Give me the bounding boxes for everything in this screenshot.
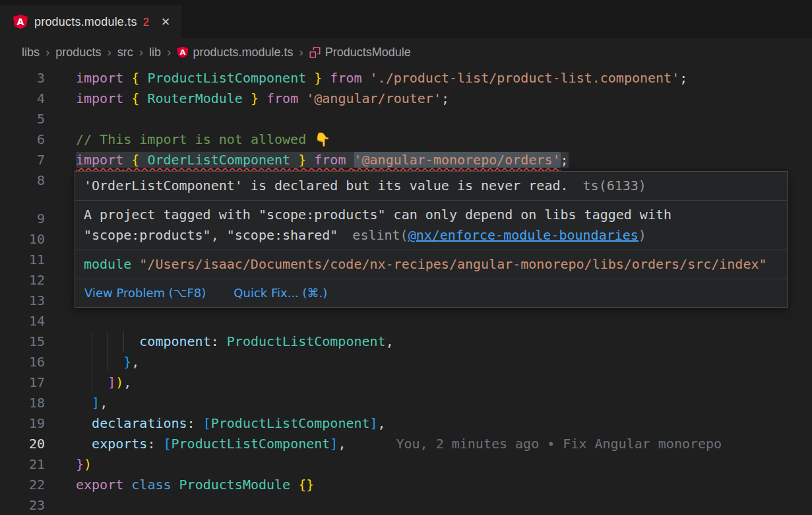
line-number[interactable]: 19 [0,413,45,434]
line-content: import { OrderListComponent } from '@ang… [76,150,812,170]
code-line-17[interactable]: 17 ]), [0,372,812,393]
code-token: } [76,456,84,472]
code-token [172,477,179,493]
line-number[interactable]: 4 [0,88,45,109]
line-number[interactable]: 7 [0,150,45,170]
breadcrumb-item-lib[interactable]: lib [149,46,161,59]
hover-eslint-row: A project tagged with "scope:products" c… [75,201,787,250]
line-number[interactable]: 5 [0,109,45,129]
line-content [76,311,812,331]
code-line-4[interactable]: 4import { RouterModule } from '@angular/… [0,88,812,109]
line-content: ], [76,393,812,413]
code-token: [ [163,436,171,452]
breadcrumb-item-products.module.ts[interactable]: Aproducts.module.ts [177,46,293,59]
code-line-3[interactable]: 3import { ProductListComponent } from '.… [0,68,812,88]
code-line-20[interactable]: 20 exports: [ProductListComponent],You, … [0,434,812,454]
code-line-21[interactable]: 21}) [0,454,812,475]
code-token: } [123,354,131,370]
code-token: ProductListComponent [211,415,370,431]
code-line-7[interactable]: 7import { OrderListComponent } from '@an… [0,150,812,170]
line-number[interactable]: 18 [0,393,45,413]
code-token: '@angular/router' [306,90,441,106]
code-token [76,333,139,349]
eslint-rule-link[interactable]: @nx/enforce-module-boundaries [408,227,639,243]
code-token: ProductListComponent [227,333,386,349]
code-line-15[interactable]: 15 component: ProductListComponent, [0,331,812,352]
breadcrumb-item-libs[interactable]: libs [22,46,40,59]
line-number[interactable]: 17 [0,372,45,393]
code-token [298,90,306,106]
line-number[interactable]: 23 [0,495,45,515]
code-token: './product-list/product-list.component' [370,70,680,86]
code-line-14[interactable]: 14 [0,311,812,331]
code-token: ; [561,152,569,168]
line-number[interactable]: 6 [0,129,45,150]
line-content: ]), [76,372,812,393]
line-text: import { RouterModule } from '@angular/r… [76,90,449,106]
code-token: , [100,395,108,411]
line-number[interactable]: 22 [0,475,45,495]
code-token: , [338,436,346,452]
line-number[interactable]: 21 [0,454,45,475]
line-content: component: ProductListComponent, [76,331,812,352]
line-number[interactable]: 13 [0,291,45,311]
code-token [139,90,147,106]
code-line-23[interactable]: 23 [0,495,812,515]
line-number[interactable]: 9 [0,209,45,229]
code-token: OrderListComponent [147,152,290,168]
code-token: '@angular-monorepo/orders' [354,152,561,168]
line-text: import { OrderListComponent } from '@ang… [76,152,569,168]
line-number[interactable]: 3 [0,68,45,88]
code-token [346,152,354,168]
code-token: ; [679,70,687,86]
breadcrumb-separator: › [167,45,171,59]
line-number[interactable]: 11 [0,250,45,270]
line-number[interactable]: 12 [0,270,45,291]
code-token: , [131,354,139,370]
code-token: component [139,333,210,349]
line-text: exports: [ProductListComponent], [76,436,346,452]
view-problem-action[interactable]: View Problem (⌥F8) [84,286,206,300]
code-token [243,90,251,106]
close-icon[interactable]: ✕ [161,15,170,29]
line-number[interactable]: 15 [0,331,45,352]
code-token [322,70,330,86]
code-line-18[interactable]: 18 ], [0,393,812,413]
code-line-16[interactable]: 16 }, [0,352,812,372]
line-content [76,109,812,129]
code-token: ) [115,374,123,390]
symbol-class-icon [309,47,321,58]
code-line-6[interactable]: 6// This import is not allowed 👇 [0,129,812,150]
code-token [123,90,131,106]
module-keyword: module [84,256,131,272]
line-text: }) [76,456,92,472]
code-line-19[interactable]: 19 declarations: [ProductListComponent], [0,413,812,434]
code-token [76,415,92,431]
line-number[interactable]: 20 [0,434,45,454]
line-number[interactable]: 16 [0,352,45,372]
code-token: [ [203,415,211,431]
breadcrumb-item-products[interactable]: products [55,46,101,59]
code-line-5[interactable]: 5 [0,109,812,129]
code-token [76,354,123,370]
breadcrumb-item-ProductsModule[interactable]: ProductsModule [309,46,411,59]
ts-message: 'OrderListComponent' is declared but its… [84,178,569,193]
breadcrumb-label: products.module.ts [193,46,293,59]
line-content [76,495,812,515]
code-token [139,152,147,168]
code-line-22[interactable]: 22export class ProductsModule {} [0,475,812,495]
problem-hover-widget: 'OrderListComponent' is declared but its… [75,171,788,308]
breadcrumb-separator: › [46,45,49,59]
code-token [290,477,298,493]
quick-fix-action[interactable]: Quick Fix... (⌘.) [234,286,327,300]
line-number[interactable]: 8 [0,170,45,191]
tab-products-module[interactable]: A products.module.ts 2 ✕ [0,5,181,38]
code-token: ProductListComponent [172,436,330,452]
editor: 3import { ProductListComponent } from '.… [0,66,812,515]
code-token [123,152,131,168]
breadcrumb-item-src[interactable]: src [117,46,133,59]
line-number[interactable]: 14 [0,311,45,331]
line-number[interactable]: 10 [0,229,45,250]
code-token: , [386,333,394,349]
code-token [76,374,108,390]
